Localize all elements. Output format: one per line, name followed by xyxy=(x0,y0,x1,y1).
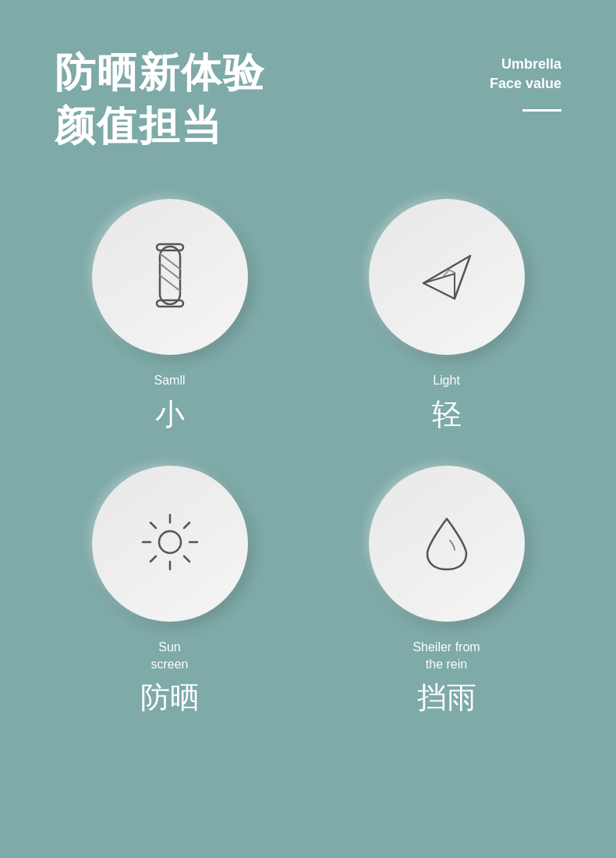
icon-item-small: Samll 小 xyxy=(55,199,285,434)
main-title: 防晒新体验颜值担当 xyxy=(55,47,265,152)
label-zh-sunscreen: 防晒 xyxy=(140,678,200,718)
svg-line-7 xyxy=(423,274,455,283)
label-zh-small: 小 xyxy=(155,395,185,434)
label-en-rain: Sheiler from the rein xyxy=(412,639,480,674)
circle-rain xyxy=(369,466,525,622)
icons-grid: Samll 小 Light 轻 xyxy=(55,199,561,718)
circle-light xyxy=(369,199,525,355)
subtitle-text: Umbrella Face value xyxy=(490,55,561,94)
svg-line-17 xyxy=(184,556,189,562)
svg-line-16 xyxy=(150,523,156,528)
circle-sunscreen xyxy=(92,466,248,622)
sun-icon xyxy=(135,507,205,580)
water-drop-icon xyxy=(412,507,482,580)
page-container: 防晒新体验颜值担当 Umbrella Face value xyxy=(0,0,616,858)
label-en-small: Samll xyxy=(154,372,185,389)
label-zh-light: 轻 xyxy=(432,395,462,434)
label-zh-rain: 挡雨 xyxy=(417,678,476,718)
icon-item-rain: Sheiler from the rein 挡雨 xyxy=(331,466,561,718)
subtitle-block: Umbrella Face value xyxy=(490,47,561,112)
svg-marker-6 xyxy=(423,256,470,299)
divider-line xyxy=(522,109,561,112)
icon-item-light: Light 轻 xyxy=(331,199,561,434)
icon-item-sunscreen: Sun screen 防晒 xyxy=(55,466,285,718)
svg-line-10 xyxy=(449,270,455,273)
label-en-sunscreen: Sun screen xyxy=(150,639,188,674)
label-en-light: Light xyxy=(433,372,460,389)
svg-point-11 xyxy=(159,531,181,553)
svg-line-18 xyxy=(184,523,189,528)
barber-pole-icon xyxy=(135,240,205,314)
paper-plane-icon xyxy=(412,240,482,314)
header-section: 防晒新体验颜值担当 Umbrella Face value xyxy=(55,47,561,152)
svg-line-19 xyxy=(150,556,156,562)
circle-small xyxy=(92,199,248,355)
